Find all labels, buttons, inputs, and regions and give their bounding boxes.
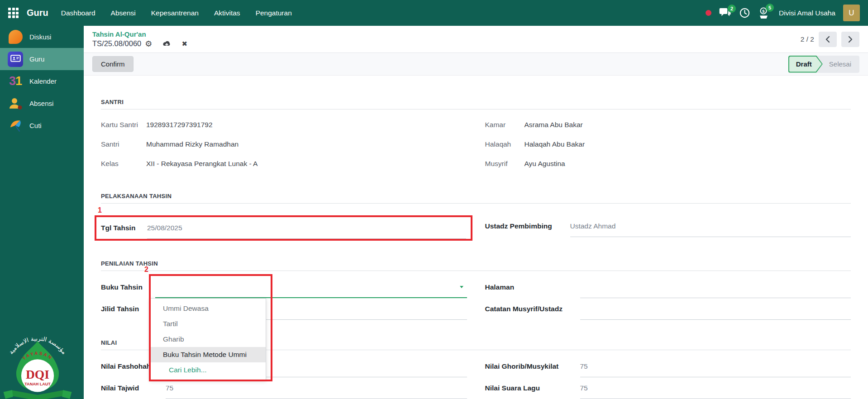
nilai-ghorib-input[interactable]: 75: [580, 356, 851, 377]
field-ustadz-pembimbing: Ustadz Pembimbing Ustadz Ahmad: [485, 215, 851, 237]
field-kartu-santri: Kartu Santri 19289317297391792: [101, 115, 467, 134]
sidebar-item-label: Diskusi: [29, 33, 51, 41]
recording-dot-icon: [706, 10, 711, 16]
pager-prev-button[interactable]: [819, 32, 837, 47]
messages-icon[interactable]: 2: [719, 8, 731, 18]
field-kelas: Kelas XII - Rekayasa Perangkat Lunak - A: [101, 154, 467, 173]
discuss-bubble-icon: [7, 29, 24, 45]
section-title-santri: SANTRI: [101, 99, 851, 109]
menu-aktivitas[interactable]: Aktivitas: [214, 9, 240, 17]
nilai-suara-lagu-input[interactable]: 75: [580, 377, 851, 399]
cloud-save-icon[interactable]: [162, 40, 172, 48]
main-menu: Dashboard Absensi Kepesantrenan Aktivita…: [61, 9, 292, 17]
field-value: Ayu Agustina: [525, 160, 565, 168]
field-musyrif: Musyrif Ayu Agustina: [485, 154, 851, 173]
dropdown-option[interactable]: Tartil: [150, 316, 266, 332]
field-label: Nilai Ghorib/Musykilat: [485, 362, 580, 370]
field-nilai-suara-lagu: Nilai Suara Lagu 75: [485, 377, 851, 399]
sidebar-item-diskusi[interactable]: Diskusi: [0, 26, 84, 48]
halaman-input[interactable]: [580, 276, 851, 298]
sidebar-item-label: Cuti: [29, 122, 42, 129]
gear-icon[interactable]: ⚙: [145, 40, 152, 48]
app-name[interactable]: Guru: [27, 8, 48, 18]
teacher-screen-icon: [7, 51, 24, 67]
confirm-button[interactable]: Confirm: [92, 56, 134, 72]
field-label: Musyrif: [485, 160, 525, 168]
sidebar-item-label: Absensi: [29, 100, 53, 107]
discard-x-icon[interactable]: ✖: [181, 40, 187, 47]
buku-tahsin-input[interactable]: 2 Ummi Dewasa Tartil Gharib Buku Tahsin …: [155, 276, 467, 298]
tgl-tahsin-input[interactable]: 25/08/2025: [147, 217, 466, 239]
company-switcher[interactable]: Divisi Amal Usaha: [779, 9, 835, 17]
catatan-input[interactable]: [580, 298, 851, 320]
sidebar-item-label: Kalender: [29, 77, 57, 85]
field-tgl-tahsin: Tgl Tahsin 25/08/2025: [101, 217, 466, 239]
buku-tahsin-dropdown: Ummi Dewasa Tartil Gharib Buku Tahsin Me…: [150, 298, 266, 380]
field-label: Kamar: [485, 121, 525, 129]
nilai-tajwid-input[interactable]: 75: [166, 377, 467, 399]
field-label: Nilai Tajwid: [101, 384, 166, 392]
menu-absensi[interactable]: Absensi: [111, 9, 136, 17]
pager-value[interactable]: 2 / 2: [801, 35, 814, 43]
calendar-31-icon: 31: [7, 73, 24, 90]
dropdown-option-highlighted[interactable]: Buku Tahsin Metode Ummi: [150, 347, 266, 362]
breadcrumb-bar: Tahsin Al-Qur'an TS/25.08/0060 ⚙ ✖ 2 / 2: [84, 26, 868, 52]
menu-dashboard[interactable]: Dashboard: [61, 9, 95, 17]
field-value: XII - Rekayasa Perangkat Lunak - A: [146, 160, 258, 168]
pager-next-button[interactable]: [841, 32, 859, 47]
field-value: Muhammad Rizky Ramadhan: [146, 140, 238, 148]
field-santri: Santri Muhammad Rizky Ramadhan: [101, 134, 467, 154]
field-halaqah: Halaqah Halaqah Abu Bakar: [485, 134, 851, 154]
status-selesai[interactable]: Selesai: [817, 56, 859, 73]
field-nilai-ghorib: Nilai Ghorib/Musykilat 75: [485, 356, 851, 377]
timeoff-umbrella-icon: [7, 118, 24, 134]
field-label: Catatan Musyrif/Ustadz: [485, 305, 580, 313]
activity-badge: 5: [766, 4, 774, 12]
sidebar-item-kalender[interactable]: 31 Kalender: [0, 70, 84, 92]
record-name: TS/25.08/0060: [92, 39, 141, 48]
field-label: Santri: [101, 140, 146, 148]
menu-pengaturan[interactable]: Pengaturan: [256, 9, 292, 17]
attendance-person-icon: [7, 95, 24, 112]
messages-badge: 2: [728, 5, 736, 13]
section-title-pelaksanaan: PELAKSANAAN TAHSIN: [101, 193, 851, 204]
ustadz-pembimbing-input[interactable]: Ustadz Ahmad: [570, 215, 851, 237]
dropdown-option[interactable]: Gharib: [150, 332, 266, 347]
menu-kepesantrenan[interactable]: Kepesantrenan: [151, 9, 199, 17]
dropdown-option[interactable]: Ummi Dewasa: [150, 301, 266, 316]
field-label: Halaqah: [485, 140, 525, 148]
field-value: 19289317297391792: [146, 121, 213, 129]
foundation-logo: مؤسسة التربية الاسلامية YAYASAN DQI TANA…: [1, 327, 74, 399]
dropdown-caret-icon[interactable]: [460, 286, 463, 288]
field-label: Kelas: [101, 160, 146, 168]
field-value: Asrama Abu Bakar: [525, 121, 583, 129]
field-label: Tgl Tahsin: [101, 224, 147, 232]
logo-org-text: DQI: [26, 367, 49, 381]
svg-text:$: $: [762, 9, 765, 14]
field-buku-tahsin: Buku Tahsin 2 Ummi Dewasa Tartil Gharib: [101, 276, 467, 298]
field-halaman: Halaman: [485, 276, 851, 298]
logo-region-text: TANAH LAUT: [24, 382, 51, 386]
status-draft[interactable]: Draft: [788, 56, 823, 73]
apps-grid-icon[interactable]: [8, 8, 19, 18]
field-label: Buku Tahsin: [101, 283, 155, 291]
sidebar: Diskusi Guru 31 Kalender: [0, 26, 84, 399]
field-catatan: Catatan Musyrif/Ustadz: [485, 298, 851, 320]
dropdown-search-more[interactable]: Cari Lebih...: [150, 362, 266, 377]
field-label: Halaman: [485, 283, 580, 291]
sidebar-item-label: Guru: [29, 55, 44, 63]
sidebar-item-cuti[interactable]: Cuti: [0, 114, 84, 137]
control-panel: Confirm Draft Selesai: [84, 52, 868, 76]
activity-money-icon[interactable]: $ 5: [758, 7, 769, 19]
breadcrumb-parent-link[interactable]: Tahsin Al-Qur'an: [92, 30, 187, 38]
field-label: Kartu Santri: [101, 121, 146, 129]
section-title-penilaian: PENILAIAN TAHSIN: [101, 260, 851, 271]
field-label: Jilid Tahsin: [101, 305, 155, 313]
clock-icon[interactable]: [739, 7, 750, 19]
sidebar-item-absensi[interactable]: Absensi: [0, 92, 84, 114]
sidebar-item-guru[interactable]: Guru: [0, 48, 84, 70]
field-nilai-tajwid: Nilai Tajwid 75: [101, 377, 467, 399]
field-kamar: Kamar Asrama Abu Bakar: [485, 115, 851, 134]
user-avatar[interactable]: U: [843, 5, 860, 21]
top-navbar: Guru Dashboard Absensi Kepesantrenan Akt…: [0, 0, 868, 26]
